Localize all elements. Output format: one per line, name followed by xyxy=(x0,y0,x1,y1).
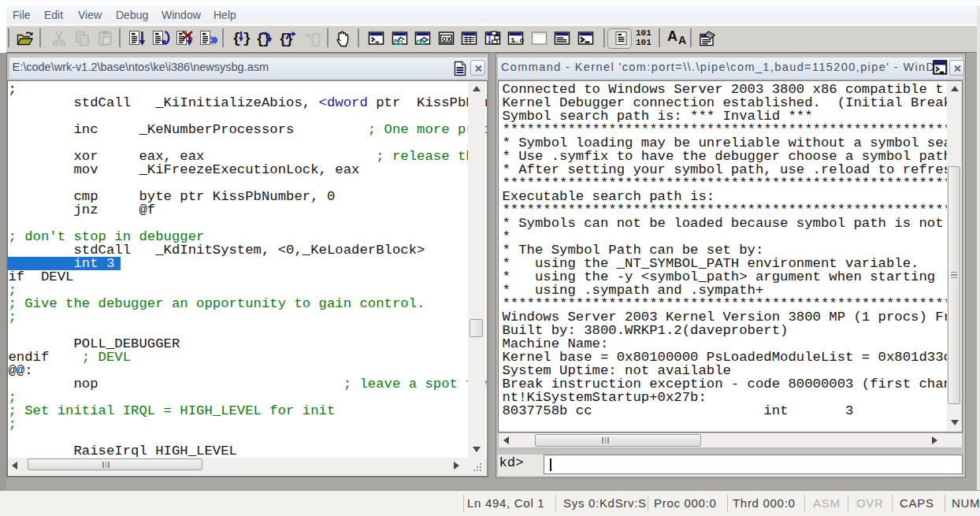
svg-text:ox: ox xyxy=(442,35,451,44)
svg-text:}: } xyxy=(243,31,251,46)
svg-text:1.o: 1.o xyxy=(510,36,524,45)
svg-text:}: } xyxy=(314,32,321,47)
